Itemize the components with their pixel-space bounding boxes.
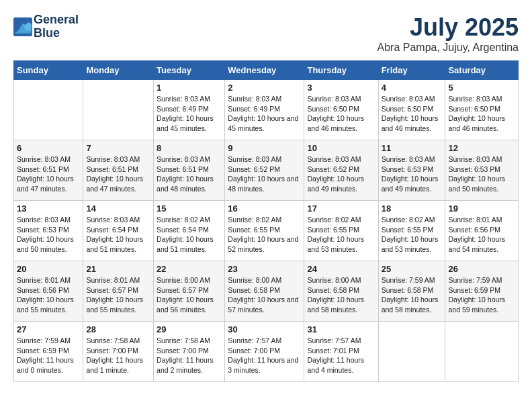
weekday-header: Saturday bbox=[445, 61, 519, 80]
day-number: 12 bbox=[448, 143, 515, 153]
logo-icon bbox=[13, 17, 32, 36]
calendar-cell: 19Sunrise: 8:01 AMSunset: 6:56 PMDayligh… bbox=[445, 201, 519, 261]
weekday-header: Monday bbox=[83, 61, 154, 80]
calendar-week-row: 27Sunrise: 7:59 AMSunset: 6:59 PMDayligh… bbox=[14, 322, 519, 382]
calendar-cell: 28Sunrise: 7:58 AMSunset: 7:00 PMDayligh… bbox=[83, 322, 154, 382]
calendar-cell: 1Sunrise: 8:03 AMSunset: 6:49 PMDaylight… bbox=[154, 80, 225, 140]
day-number: 7 bbox=[86, 143, 150, 153]
calendar-cell: 9Sunrise: 8:03 AMSunset: 6:52 PMDaylight… bbox=[225, 140, 304, 201]
calendar-cell: 7Sunrise: 8:03 AMSunset: 6:51 PMDaylight… bbox=[83, 140, 154, 201]
calendar-cell: 10Sunrise: 8:03 AMSunset: 6:52 PMDayligh… bbox=[304, 140, 378, 201]
day-number: 23 bbox=[228, 264, 301, 274]
day-info: Sunrise: 8:00 AMSunset: 6:57 PMDaylight:… bbox=[157, 275, 222, 315]
day-number: 25 bbox=[382, 264, 443, 274]
day-number: 24 bbox=[307, 264, 375, 274]
weekday-header: Tuesday bbox=[154, 61, 225, 80]
calendar-week-row: 13Sunrise: 8:03 AMSunset: 6:53 PMDayligh… bbox=[14, 201, 519, 261]
day-info: Sunrise: 8:03 AMSunset: 6:53 PMDaylight:… bbox=[448, 154, 515, 194]
subtitle: Abra Pampa, Jujuy, Argentina bbox=[378, 42, 519, 54]
calendar-cell: 2Sunrise: 8:03 AMSunset: 6:49 PMDaylight… bbox=[225, 80, 304, 140]
day-info: Sunrise: 8:02 AMSunset: 6:55 PMDaylight:… bbox=[307, 215, 375, 255]
calendar-cell: 21Sunrise: 8:01 AMSunset: 6:57 PMDayligh… bbox=[83, 261, 154, 322]
calendar-cell: 17Sunrise: 8:02 AMSunset: 6:55 PMDayligh… bbox=[304, 201, 378, 261]
day-number: 10 bbox=[307, 143, 375, 153]
day-info: Sunrise: 8:03 AMSunset: 6:50 PMDaylight:… bbox=[307, 94, 375, 134]
main-title: July 2025 bbox=[378, 13, 519, 42]
day-info: Sunrise: 8:02 AMSunset: 6:55 PMDaylight:… bbox=[228, 215, 301, 255]
day-number: 1 bbox=[157, 83, 222, 93]
day-number: 5 bbox=[448, 83, 515, 93]
weekday-header: Thursday bbox=[304, 61, 378, 80]
day-info: Sunrise: 8:01 AMSunset: 6:56 PMDaylight:… bbox=[448, 215, 515, 255]
calendar-cell: 29Sunrise: 7:58 AMSunset: 7:00 PMDayligh… bbox=[154, 322, 225, 382]
day-info: Sunrise: 8:00 AMSunset: 6:58 PMDaylight:… bbox=[307, 275, 375, 315]
day-number: 31 bbox=[307, 324, 375, 334]
calendar-cell: 8Sunrise: 8:03 AMSunset: 6:51 PMDaylight… bbox=[154, 140, 225, 201]
calendar-cell: 18Sunrise: 8:02 AMSunset: 6:55 PMDayligh… bbox=[378, 201, 445, 261]
weekday-header: Friday bbox=[378, 61, 445, 80]
calendar-cell bbox=[83, 80, 154, 140]
day-info: Sunrise: 8:02 AMSunset: 6:54 PMDaylight:… bbox=[157, 215, 222, 255]
day-info: Sunrise: 8:01 AMSunset: 6:57 PMDaylight:… bbox=[86, 275, 150, 315]
day-number: 11 bbox=[382, 143, 443, 153]
day-number: 20 bbox=[17, 264, 80, 274]
day-info: Sunrise: 7:59 AMSunset: 6:59 PMDaylight:… bbox=[17, 336, 80, 375]
day-info: Sunrise: 8:03 AMSunset: 6:51 PMDaylight:… bbox=[86, 154, 150, 194]
day-number: 2 bbox=[228, 83, 301, 93]
day-info: Sunrise: 8:00 AMSunset: 6:58 PMDaylight:… bbox=[228, 275, 301, 315]
day-info: Sunrise: 7:57 AMSunset: 7:01 PMDaylight:… bbox=[307, 336, 375, 375]
weekday-header-row: SundayMondayTuesdayWednesdayThursdayFrid… bbox=[14, 61, 519, 80]
day-number: 27 bbox=[17, 324, 80, 334]
calendar-week-row: 1Sunrise: 8:03 AMSunset: 6:49 PMDaylight… bbox=[14, 80, 519, 140]
day-info: Sunrise: 7:58 AMSunset: 7:00 PMDaylight:… bbox=[157, 336, 222, 375]
day-number: 13 bbox=[17, 203, 80, 214]
title-section: July 2025 Abra Pampa, Jujuy, Argentina bbox=[378, 13, 519, 54]
calendar-cell: 15Sunrise: 8:02 AMSunset: 6:54 PMDayligh… bbox=[154, 201, 225, 261]
calendar-cell: 30Sunrise: 7:57 AMSunset: 7:00 PMDayligh… bbox=[225, 322, 304, 382]
calendar-cell: 27Sunrise: 7:59 AMSunset: 6:59 PMDayligh… bbox=[14, 322, 83, 382]
day-info: Sunrise: 8:03 AMSunset: 6:51 PMDaylight:… bbox=[17, 154, 80, 194]
day-number: 21 bbox=[86, 264, 150, 274]
day-number: 28 bbox=[86, 324, 150, 334]
day-number: 19 bbox=[448, 203, 515, 214]
day-number: 17 bbox=[307, 203, 375, 214]
calendar-cell bbox=[14, 80, 83, 140]
day-number: 26 bbox=[448, 264, 515, 274]
calendar-week-row: 20Sunrise: 8:01 AMSunset: 6:56 PMDayligh… bbox=[14, 261, 519, 322]
page-header: General Blue July 2025 Abra Pampa, Jujuy… bbox=[13, 13, 519, 54]
day-info: Sunrise: 8:03 AMSunset: 6:52 PMDaylight:… bbox=[228, 154, 301, 194]
day-number: 9 bbox=[228, 143, 301, 153]
calendar-cell: 6Sunrise: 8:03 AMSunset: 6:51 PMDaylight… bbox=[14, 140, 83, 201]
weekday-header: Sunday bbox=[14, 61, 83, 80]
day-info: Sunrise: 8:03 AMSunset: 6:52 PMDaylight:… bbox=[307, 154, 375, 194]
calendar-cell: 3Sunrise: 8:03 AMSunset: 6:50 PMDaylight… bbox=[304, 80, 378, 140]
day-number: 14 bbox=[86, 203, 150, 214]
day-number: 18 bbox=[382, 203, 443, 214]
calendar-week-row: 6Sunrise: 8:03 AMSunset: 6:51 PMDaylight… bbox=[14, 140, 519, 201]
calendar-cell: 23Sunrise: 8:00 AMSunset: 6:58 PMDayligh… bbox=[225, 261, 304, 322]
day-number: 6 bbox=[17, 143, 80, 153]
day-number: 29 bbox=[157, 324, 222, 334]
day-number: 30 bbox=[228, 324, 301, 334]
day-number: 15 bbox=[157, 203, 222, 214]
day-info: Sunrise: 8:02 AMSunset: 6:55 PMDaylight:… bbox=[382, 215, 443, 255]
calendar-cell bbox=[445, 322, 519, 382]
calendar-cell: 12Sunrise: 8:03 AMSunset: 6:53 PMDayligh… bbox=[445, 140, 519, 201]
day-info: Sunrise: 8:03 AMSunset: 6:54 PMDaylight:… bbox=[86, 215, 150, 255]
day-info: Sunrise: 8:03 AMSunset: 6:50 PMDaylight:… bbox=[448, 94, 515, 134]
calendar-cell: 26Sunrise: 7:59 AMSunset: 6:59 PMDayligh… bbox=[445, 261, 519, 322]
day-number: 16 bbox=[228, 203, 301, 214]
day-number: 3 bbox=[307, 83, 375, 93]
logo: General Blue bbox=[13, 13, 79, 40]
day-info: Sunrise: 8:03 AMSunset: 6:53 PMDaylight:… bbox=[382, 154, 443, 194]
day-number: 8 bbox=[157, 143, 222, 153]
day-info: Sunrise: 8:01 AMSunset: 6:56 PMDaylight:… bbox=[17, 275, 80, 315]
weekday-header: Wednesday bbox=[225, 61, 304, 80]
calendar-cell: 16Sunrise: 8:02 AMSunset: 6:55 PMDayligh… bbox=[225, 201, 304, 261]
day-info: Sunrise: 8:03 AMSunset: 6:49 PMDaylight:… bbox=[228, 94, 301, 134]
day-number: 4 bbox=[382, 83, 443, 93]
day-info: Sunrise: 7:59 AMSunset: 6:58 PMDaylight:… bbox=[382, 275, 443, 315]
day-info: Sunrise: 7:58 AMSunset: 7:00 PMDaylight:… bbox=[86, 336, 150, 375]
calendar-cell: 31Sunrise: 7:57 AMSunset: 7:01 PMDayligh… bbox=[304, 322, 378, 382]
calendar-cell: 20Sunrise: 8:01 AMSunset: 6:56 PMDayligh… bbox=[14, 261, 83, 322]
